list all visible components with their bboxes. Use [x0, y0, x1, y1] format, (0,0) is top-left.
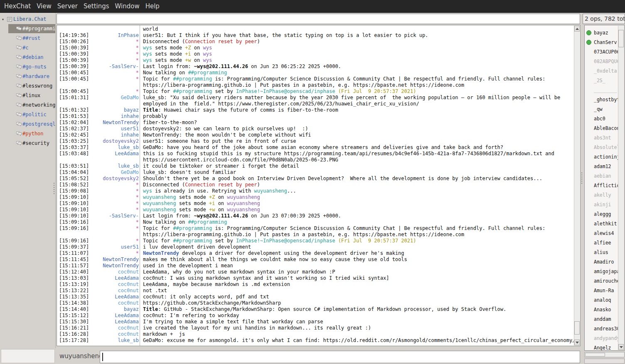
message-text: https://libera-programming.github.io | P… — [139, 232, 464, 238]
user-item-akelly[interactable]: akelly — [585, 190, 618, 200]
channel-name: ##rust — [22, 35, 40, 41]
message-text: used in the development i mean — [139, 263, 233, 269]
channel-item-security[interactable]: #security — [0, 139, 56, 148]
nick-label: * — [91, 188, 139, 194]
user-item-alethkit[interactable]: alethkit — [585, 219, 618, 228]
tree-pane-grip[interactable] — [53, 182, 55, 195]
user-item-AbleBacon[interactable]: AbleBacon — [585, 123, 618, 133]
menu-server[interactable]: Server — [54, 0, 81, 13]
user-item-082ABPQUC[interactable]: 082ABPQUC — [585, 56, 618, 66]
userlist-scroll-thumb[interactable] — [618, 30, 624, 47]
url-link[interactable]: https://libera-programming.github.io — [143, 82, 251, 88]
user-item-alius[interactable]: alius — [585, 247, 618, 257]
chat-scroll-down-button[interactable] — [574, 340, 580, 345]
user-item-Amun-Ra[interactable]: Amun-Ra — [585, 286, 618, 295]
user-item-amigojapan[interactable]: amigojapan — [585, 266, 618, 276]
user-item-akinji[interactable]: akinji — [585, 200, 618, 209]
user-item-abc0[interactable]: abc0 — [585, 114, 618, 123]
chat-scroll-up-button[interactable] — [574, 26, 580, 32]
nick-label — [91, 82, 139, 88]
chat-line: [15:09:16]*Topic for ##programming set b… — [57, 238, 573, 244]
user-item-Amadiro[interactable]: Amadiro — [585, 257, 618, 266]
user-item-amirouche[interactable]: amirouche — [585, 276, 618, 286]
timestamp: [15:00:39] — [57, 57, 91, 64]
message-input[interactable] — [103, 352, 578, 362]
chat-scrollbar[interactable] — [574, 26, 580, 345]
user-item-Angelz[interactable]: Angelz — [585, 343, 618, 350]
user-item-_0xdelta[interactable]: _0xdelta — [585, 66, 618, 76]
url-link[interactable]: https://www.theregister.com/2025/06/23/h… — [218, 101, 419, 107]
user-item-Anasko[interactable]: Anasko — [585, 305, 618, 314]
user-item-ChanServ[interactable]: ChanServ — [585, 37, 618, 47]
channel-item-debian[interactable]: #debian — [0, 53, 56, 62]
userlist-scrollbar[interactable] — [618, 26, 624, 350]
chat-scroll-thumb[interactable] — [574, 321, 580, 335]
message-input-box[interactable] — [100, 351, 580, 363]
user-item-alfiee[interactable]: alfiee — [585, 238, 618, 247]
chat-line: [15:15:12]LeeAdamacoc0nut: I'm refering … — [57, 313, 573, 319]
user-item-________[interactable]: ________ — [585, 85, 618, 95]
menu-view[interactable]: View — [34, 0, 54, 13]
user-item-Absolutel[interactable]: Absolutel — [585, 142, 618, 152]
chat-line: [15:09:10]*wuyuansheng sets mode +Z on w… — [57, 194, 573, 200]
user-item-abs3nt[interactable]: abs3nt — [585, 133, 618, 142]
menu-help[interactable]: Help — [143, 0, 162, 13]
channel-item-lesswrong[interactable]: #lesswrong — [0, 81, 56, 90]
user-item-anddam[interactable]: anddam — [585, 314, 618, 324]
timestamp — [57, 157, 91, 163]
channel-item-hardware[interactable]: #hardware — [0, 72, 56, 81]
user-item-analoq[interactable]: analoq — [585, 295, 618, 305]
user-item-andypandy[interactable]: andypandy — [585, 333, 618, 343]
user-item-073ACUP06[interactable]: 073ACUP06 — [585, 47, 618, 56]
url-link[interactable]: https://github.com/StackExchange/Markdow… — [143, 300, 281, 306]
channel-item-politic[interactable]: #politic — [0, 110, 56, 119]
timestamp — [57, 82, 91, 88]
message-text: Disconnected (Connection reset by peer) — [139, 182, 260, 188]
server-item-libera-chat[interactable]: ▾Libera.Chat — [0, 15, 56, 24]
bottom-right-strip — [584, 359, 625, 364]
user-nick: _ghostbyt — [594, 97, 618, 103]
channel-item-programming[interactable]: ##programming — [8, 24, 55, 33]
channel-item-postgresql[interactable]: #postgresql — [0, 120, 56, 129]
user-item-bayaz[interactable]: bayaz — [585, 28, 618, 37]
user-item-aleggg[interactable]: aleggg — [585, 209, 618, 219]
user-item-alewis4[interactable]: alewis4 — [585, 228, 618, 238]
channel-item-c[interactable]: #c — [0, 43, 56, 52]
topic-bar[interactable]: sion & Community Chat | Be respectful an… — [57, 14, 580, 24]
userlist-hscroll-thumb[interactable] — [585, 353, 605, 357]
url-link[interactable]: https://bpaste.net — [353, 232, 407, 237]
user-item-_2S_[interactable]: _2S_ — [585, 76, 618, 85]
user-nick: aebian — [594, 173, 611, 179]
user-item-adam12[interactable]: adam12 — [585, 161, 618, 171]
channel-item-rust[interactable]: ##rust — [0, 34, 56, 43]
user-nick: Amun-Ra — [594, 288, 614, 293]
channel-item-go-nuts[interactable]: #go-nuts — [0, 62, 56, 71]
timestamp: [15:03:37] — [57, 144, 91, 151]
menu-hexchat[interactable]: HexChat — [1, 0, 34, 13]
url-link[interactable]: https://usercontent.irccloud-cdn.com/fil… — [143, 157, 338, 163]
tree-expander-icon[interactable]: ▾ — [0, 17, 6, 22]
user-item-actioninj[interactable]: actioninj — [585, 152, 618, 161]
message-text: it could be tiktoker or streamer i forge… — [139, 163, 299, 169]
url-link[interactable]: https://ideone.com — [410, 82, 464, 88]
userlist-hscrollbar[interactable] — [584, 352, 625, 357]
userlist-pane-grip[interactable] — [581, 172, 583, 184]
url-link[interactable]: https://bpaste.net — [353, 82, 407, 88]
user-item-aebian[interactable]: aebian — [585, 171, 618, 181]
timestamp: [15:00:45] — [57, 88, 91, 95]
user-item-_ghostbyt[interactable]: _ghostbyt — [585, 95, 618, 104]
channel-item-python[interactable]: #python — [0, 129, 56, 138]
menu-window[interactable]: Window — [112, 0, 143, 13]
userlist-scroll-down-button[interactable] — [618, 344, 624, 350]
channel-item-networking[interactable]: #networking — [0, 100, 56, 110]
url-link[interactable]: https://ideone.com — [410, 232, 464, 237]
timestamp: [15:13:03] — [57, 275, 91, 281]
channel-item-linux[interactable]: #linux — [0, 91, 56, 100]
menu-settings[interactable]: Settings — [81, 0, 112, 13]
url-link[interactable]: https://old.reddit.com/r/Asmongold/comme… — [323, 337, 573, 343]
user-item-andreas30[interactable]: andreas30 — [585, 324, 618, 333]
user-item-Afflictio[interactable]: Afflictio — [585, 181, 618, 190]
url-link[interactable]: https://programming.team/api/resumes/b4c… — [284, 151, 542, 156]
user-item-_qw[interactable]: _qw — [585, 104, 618, 114]
url-link[interactable]: https://libera-programming.github.io — [143, 232, 251, 237]
